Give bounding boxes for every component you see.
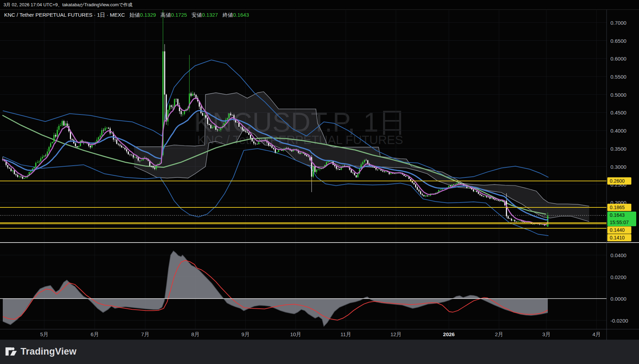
current-price-label: 0.164315:55:07 — [607, 212, 636, 226]
ohlc-high-value: 0.1725 — [171, 12, 187, 18]
tradingview-logo-icon — [5, 346, 17, 357]
ohlc-close-label: 終値 — [223, 12, 233, 18]
time-axis-month-label: 2月 — [495, 331, 503, 338]
price-level-label: 0.1410 — [607, 234, 631, 242]
time-axis-month-label: 6月 — [91, 331, 99, 338]
price-tick-label: 0.6000 — [610, 56, 626, 62]
price-tick-label: 0.3500 — [610, 145, 626, 151]
price-tick-label: 0.3000 — [610, 164, 626, 169]
tradingview-logo[interactable]: TradingView — [5, 346, 77, 357]
legend-separator-1: · — [94, 12, 96, 18]
ohlc-high-label: 高値 — [161, 12, 171, 18]
time-axis-year-label: 2026 — [443, 331, 454, 337]
price-tick-label: 0.4000 — [610, 128, 626, 134]
ohlc-open-value: 0.1329 — [140, 12, 156, 18]
price-tick-label: 0.5000 — [610, 92, 626, 97]
price-tick-label: 0.5500 — [610, 73, 626, 79]
price-tick-label: 0.7000 — [610, 19, 626, 25]
time-axis-month-label: 3月 — [542, 331, 550, 338]
legend-symbol-name: KNC / Tether PERPETUAL FUTURES — [4, 12, 92, 18]
price-tick-label: 0.4500 — [610, 110, 626, 116]
legend-interval: 1日 — [97, 12, 105, 18]
time-axis-month-label: 8月 — [191, 331, 199, 338]
ohlc-low-value: 0.1327 — [202, 12, 218, 18]
time-axis-month-label: 5月 — [40, 331, 48, 338]
time-axis-month-label: 11月 — [341, 331, 351, 338]
time-axis-month-label: 9月 — [241, 331, 249, 338]
footer-bar: TradingView — [0, 340, 639, 364]
tradingview-logo-text: TradingView — [21, 346, 77, 357]
ohlc-open-label: 始値 — [130, 12, 140, 18]
price-level-label: 0.1865 — [607, 204, 631, 211]
price-axis[interactable]: 0.70000.65000.60000.55000.50000.45000.40… — [607, 10, 639, 340]
creation-info-bar: 3月 02, 2026 17:04 UTC+9、takatabaがTrading… — [0, 0, 639, 10]
legend-symbol-title[interactable]: KNC / Tether PERPETUAL FUTURES · 1日 · ME… — [4, 12, 126, 18]
ohlc-close-value: 0.1643 — [233, 12, 249, 18]
symbol-legend: KNC / Tether PERPETUAL FUTURES · 1日 · ME… — [4, 12, 249, 18]
oscillator-tick-label: -0.0200 — [610, 317, 628, 323]
price-tick-label: 0.6500 — [610, 38, 626, 43]
oscillator-tick-label: 0.0400 — [610, 252, 626, 258]
legend-exchange: MEXC — [110, 12, 125, 18]
bar-countdown: 15:55:07 — [610, 219, 636, 226]
time-axis-month-label: 10月 — [290, 331, 301, 338]
creation-info-text: 3月 02, 2026 17:04 UTC+9、takatabaがTrading… — [3, 0, 132, 9]
time-axis-month-label: 7月 — [141, 331, 149, 338]
legend-separator-2: · — [107, 12, 108, 18]
price-level-label: 0.1440 — [607, 227, 631, 234]
time-axis[interactable]: 5月6月7月8月9月10月11月12月20262月3月4月 — [0, 329, 607, 340]
oscillator-tick-label: 0.0000 — [610, 296, 626, 302]
chart-canvas[interactable] — [0, 0, 639, 364]
oscillator-tick-label: 0.0200 — [610, 274, 626, 280]
price-level-label: 0.2600 — [607, 177, 631, 185]
time-axis-month-label: 12月 — [390, 331, 402, 338]
ohlc-low-label: 安値 — [192, 12, 202, 18]
time-axis-month-label: 4月 — [592, 331, 600, 338]
current-price-value: 0.1643 — [610, 212, 636, 219]
tradingview-snapshot: 3月 02, 2026 17:04 UTC+9、takatabaがTrading… — [0, 0, 639, 364]
